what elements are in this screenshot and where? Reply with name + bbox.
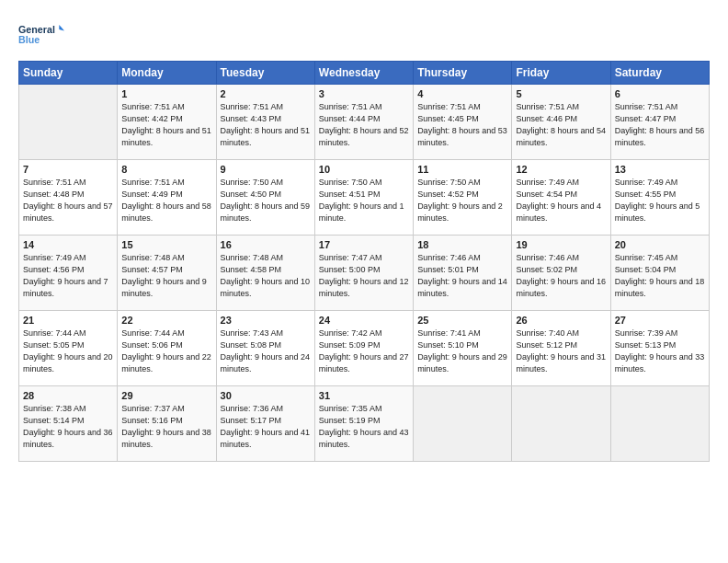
daylight-label: Daylight: 9 hours and 29 minutes. <box>417 352 507 373</box>
daylight-label: Daylight: 8 hours and 59 minutes. <box>221 201 311 223</box>
sunset-label: Sunset: 5:01 PM <box>417 265 479 274</box>
sunrise-label: Sunrise: 7:48 AM <box>221 253 284 262</box>
sunset-label: Sunset: 5:00 PM <box>319 265 381 274</box>
sunrise-label: Sunrise: 7:51 AM <box>516 102 579 111</box>
sunset-label: Sunset: 4:57 PM <box>121 265 183 274</box>
sunrise-label: Sunrise: 7:51 AM <box>615 102 678 111</box>
day-number: 7 <box>23 164 113 175</box>
day-cell: 12 Sunrise: 7:49 AM Sunset: 4:54 PM Dayl… <box>512 160 610 236</box>
day-number: 8 <box>121 164 211 175</box>
daylight-label: Daylight: 8 hours and 52 minutes. <box>319 126 409 147</box>
day-cell: 5 Sunrise: 7:51 AM Sunset: 4:46 PM Dayli… <box>512 85 610 160</box>
daylight-label: Daylight: 9 hours and 10 minutes. <box>221 277 311 298</box>
day-info: Sunrise: 7:43 AM Sunset: 5:08 PM Dayligh… <box>221 327 311 375</box>
sunrise-label: Sunrise: 7:50 AM <box>417 178 481 187</box>
sunrise-label: Sunrise: 7:47 AM <box>319 253 382 262</box>
daylight-label: Daylight: 8 hours and 54 minutes. <box>516 126 606 147</box>
day-cell: 6 Sunrise: 7:51 AM Sunset: 4:47 PM Dayli… <box>610 85 709 160</box>
sunset-label: Sunset: 5:06 PM <box>121 340 183 350</box>
daylight-label: Daylight: 9 hours and 1 minute. <box>319 201 404 223</box>
day-number: 24 <box>319 315 409 326</box>
day-cell: 18 Sunrise: 7:46 AM Sunset: 5:01 PM Dayl… <box>414 236 512 311</box>
daylight-label: Daylight: 9 hours and 4 minutes. <box>516 201 601 223</box>
day-cell: 15 Sunrise: 7:48 AM Sunset: 4:57 PM Dayl… <box>118 236 216 311</box>
day-number: 11 <box>417 164 507 175</box>
col-header-wednesday: Wednesday <box>314 62 413 85</box>
day-number: 12 <box>516 164 606 175</box>
day-cell: 30 Sunrise: 7:36 AM Sunset: 5:17 PM Dayl… <box>216 386 314 462</box>
sunrise-label: Sunrise: 7:45 AM <box>615 253 678 262</box>
sunrise-label: Sunrise: 7:46 AM <box>417 253 481 262</box>
day-info: Sunrise: 7:44 AM Sunset: 5:06 PM Dayligh… <box>121 327 211 375</box>
sunset-label: Sunset: 4:56 PM <box>23 265 85 274</box>
day-info: Sunrise: 7:44 AM Sunset: 5:05 PM Dayligh… <box>23 327 113 375</box>
day-cell <box>414 386 512 462</box>
sunrise-label: Sunrise: 7:46 AM <box>516 253 579 262</box>
daylight-label: Daylight: 8 hours and 51 minutes. <box>221 126 311 147</box>
day-cell: 3 Sunrise: 7:51 AM Sunset: 4:44 PM Dayli… <box>314 85 413 160</box>
day-cell: 22 Sunrise: 7:44 AM Sunset: 5:06 PM Dayl… <box>118 311 216 386</box>
sunset-label: Sunset: 5:02 PM <box>516 265 577 274</box>
sunset-label: Sunset: 4:49 PM <box>121 190 183 199</box>
day-cell: 13 Sunrise: 7:49 AM Sunset: 4:55 PM Dayl… <box>610 160 709 236</box>
day-cell: 31 Sunrise: 7:35 AM Sunset: 5:19 PM Dayl… <box>314 386 413 462</box>
day-number: 17 <box>319 239 409 250</box>
day-cell: 26 Sunrise: 7:40 AM Sunset: 5:12 PM Dayl… <box>512 311 610 386</box>
day-number: 1 <box>121 88 211 99</box>
sunrise-label: Sunrise: 7:49 AM <box>23 253 86 262</box>
sunset-label: Sunset: 4:46 PM <box>516 114 577 123</box>
sunrise-label: Sunrise: 7:49 AM <box>615 178 678 187</box>
daylight-label: Daylight: 9 hours and 41 minutes. <box>221 428 311 449</box>
day-cell: 14 Sunrise: 7:49 AM Sunset: 4:56 PM Dayl… <box>19 236 118 311</box>
day-cell <box>610 386 709 462</box>
day-info: Sunrise: 7:50 AM Sunset: 4:50 PM Dayligh… <box>221 177 311 224</box>
sunrise-label: Sunrise: 7:44 AM <box>23 328 86 338</box>
week-row-2: 7 Sunrise: 7:51 AM Sunset: 4:48 PM Dayli… <box>19 160 710 236</box>
day-info: Sunrise: 7:50 AM Sunset: 4:52 PM Dayligh… <box>417 177 507 224</box>
sunrise-label: Sunrise: 7:40 AM <box>516 328 579 338</box>
sunset-label: Sunset: 4:55 PM <box>615 190 677 199</box>
day-cell: 9 Sunrise: 7:50 AM Sunset: 4:50 PM Dayli… <box>216 160 314 236</box>
day-info: Sunrise: 7:46 AM Sunset: 5:01 PM Dayligh… <box>417 252 507 300</box>
day-number: 2 <box>221 88 311 99</box>
daylight-label: Daylight: 9 hours and 9 minutes. <box>121 277 207 298</box>
day-number: 22 <box>121 315 211 326</box>
day-number: 25 <box>417 315 507 326</box>
daylight-label: Daylight: 8 hours and 51 minutes. <box>121 126 211 147</box>
day-cell: 7 Sunrise: 7:51 AM Sunset: 4:48 PM Dayli… <box>19 160 118 236</box>
day-info: Sunrise: 7:42 AM Sunset: 5:09 PM Dayligh… <box>319 327 409 375</box>
col-header-friday: Friday <box>512 62 610 85</box>
col-header-tuesday: Tuesday <box>216 62 314 85</box>
day-cell: 21 Sunrise: 7:44 AM Sunset: 5:05 PM Dayl… <box>19 311 118 386</box>
day-number: 21 <box>23 315 113 326</box>
day-number: 27 <box>615 315 705 326</box>
sunset-label: Sunset: 5:09 PM <box>319 340 381 350</box>
daylight-label: Daylight: 9 hours and 43 minutes. <box>319 428 409 449</box>
sunset-label: Sunset: 5:08 PM <box>221 340 282 350</box>
header: General Blue <box>18 17 710 52</box>
sunrise-label: Sunrise: 7:36 AM <box>221 404 284 413</box>
daylight-label: Daylight: 8 hours and 58 minutes. <box>121 201 211 223</box>
daylight-label: Daylight: 9 hours and 7 minutes. <box>23 277 108 298</box>
week-row-1: 1 Sunrise: 7:51 AM Sunset: 4:42 PM Dayli… <box>19 85 710 160</box>
sunrise-label: Sunrise: 7:51 AM <box>121 102 185 111</box>
day-cell: 20 Sunrise: 7:45 AM Sunset: 5:04 PM Dayl… <box>610 236 709 311</box>
day-cell: 10 Sunrise: 7:50 AM Sunset: 4:51 PM Dayl… <box>314 160 413 236</box>
day-number: 6 <box>615 88 705 99</box>
sunset-label: Sunset: 5:14 PM <box>23 416 85 425</box>
day-number: 28 <box>23 390 113 401</box>
daylight-label: Daylight: 9 hours and 16 minutes. <box>516 277 606 298</box>
day-info: Sunrise: 7:51 AM Sunset: 4:48 PM Dayligh… <box>23 177 113 224</box>
day-info: Sunrise: 7:50 AM Sunset: 4:51 PM Dayligh… <box>319 177 409 224</box>
day-info: Sunrise: 7:48 AM Sunset: 4:58 PM Dayligh… <box>221 252 311 300</box>
day-info: Sunrise: 7:47 AM Sunset: 5:00 PM Dayligh… <box>319 252 409 300</box>
day-info: Sunrise: 7:51 AM Sunset: 4:47 PM Dayligh… <box>615 101 705 149</box>
sunrise-label: Sunrise: 7:49 AM <box>516 178 579 187</box>
day-number: 10 <box>319 164 409 175</box>
day-number: 9 <box>221 164 311 175</box>
day-info: Sunrise: 7:49 AM Sunset: 4:56 PM Dayligh… <box>23 252 113 300</box>
sunset-label: Sunset: 4:50 PM <box>221 190 282 199</box>
sunrise-label: Sunrise: 7:44 AM <box>121 328 185 338</box>
day-cell: 19 Sunrise: 7:46 AM Sunset: 5:02 PM Dayl… <box>512 236 610 311</box>
sunrise-label: Sunrise: 7:51 AM <box>319 102 382 111</box>
